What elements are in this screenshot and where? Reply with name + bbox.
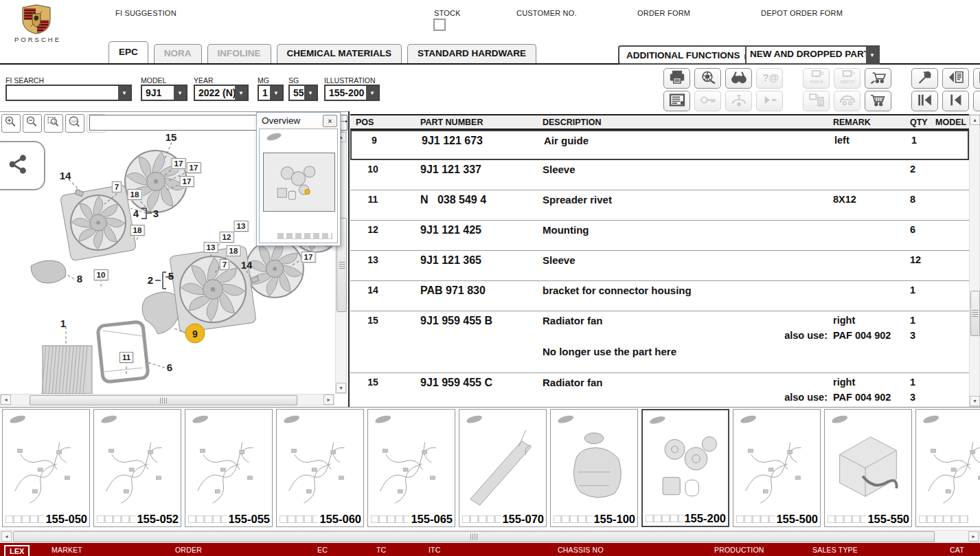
thumbnail-155-052[interactable]: 155-052 [93,409,181,527]
thumbnail-partial[interactable] [915,409,980,527]
callout-6[interactable]: 6 [167,362,172,373]
tire-button[interactable] [694,68,721,89]
fi-search-select[interactable] [5,85,132,101]
scroll-down-icon[interactable] [970,396,980,406]
callout-14[interactable]: 14 [241,259,253,271]
nav-first-button[interactable] [911,91,938,111]
table-row[interactable]: 159J1 959 455 CRadiator fanright1also us… [350,373,969,407]
thumbnail-155-070[interactable]: 155-070 [459,409,547,527]
tab-epc[interactable]: EPC [109,41,148,63]
callout-7[interactable]: 7 [220,259,229,270]
callout-13[interactable]: 13 [204,242,218,253]
doc-next-button[interactable] [973,68,980,89]
year-select[interactable]: 2022 (N) [194,85,249,101]
scroll-up-icon[interactable] [970,115,980,125]
tab-chemical-materials[interactable]: CHEMICAL MATERIALS [277,44,402,63]
scroll-down-icon[interactable] [336,383,346,393]
printer-button[interactable] [663,68,690,89]
thumbnail-155-055[interactable]: 155-055 [185,409,273,527]
chevron-down-icon[interactable] [118,86,130,100]
callout-18[interactable]: 18 [227,245,241,256]
callout-5[interactable]: 5 [168,270,174,282]
tab-standard-hardware[interactable]: STANDARD HARDWARE [407,44,536,63]
table-row[interactable]: 139J1 121 365Sleeve12 [350,251,969,281]
callout-8[interactable]: 8 [77,273,82,285]
callout-18[interactable]: 18 [130,225,145,236]
callout-11[interactable]: 11 [119,352,133,363]
thumbnail-155-500[interactable]: 155-500 [733,409,821,527]
binoculars-button[interactable] [725,68,752,89]
additional-functions-button[interactable]: ADDITIONAL FUNCTIONS [618,45,757,65]
overview-viewport[interactable] [263,153,335,212]
callout-1[interactable]: 1 [60,318,66,329]
nav-prev-button[interactable] [942,91,969,111]
scroll-left-icon[interactable] [1,531,12,542]
cart-button[interactable] [865,91,891,111]
table-row[interactable]: 129J1 121 425Mounting6 [350,221,969,251]
callout-17[interactable]: 17 [172,158,186,169]
callout-17[interactable]: 17 [180,176,194,187]
scrollbar-thumb[interactable] [30,395,297,405]
play-minus-icon [761,93,779,110]
chevron-down-icon[interactable] [304,86,317,100]
scroll-left-icon[interactable] [1,394,11,405]
callout-18[interactable]: 18 [128,189,142,200]
table-row[interactable]: 11N 038 549 4Spreader rivet8X128 [350,190,969,221]
thumbnail-155-550[interactable]: 155-550 [824,409,912,527]
diagram-horizontal-scrollbar[interactable] [0,394,334,405]
porsche-wordmark: PORSCHE [3,36,73,43]
thumbnail-155-100[interactable]: 155-100 [550,409,638,527]
doc-prev-button[interactable] [942,68,969,89]
chevron-down-icon[interactable] [174,86,186,100]
scrollbar-thumb[interactable] [970,291,980,336]
callout-14[interactable]: 14 [60,170,71,181]
callout-13[interactable]: 13 [234,221,249,232]
callout-4[interactable]: 4 [133,208,139,219]
cell-qty: 2 [910,164,915,175]
scrollbar-thumb[interactable] [13,531,935,542]
thumbnail-strip-scrollbar[interactable] [0,530,980,542]
close-icon[interactable] [323,115,337,127]
stock-checkbox[interactable] [433,19,446,31]
zoom-100-button[interactable]: 100% [65,114,84,133]
share-button[interactable] [0,141,45,190]
table-row[interactable]: 14PAB 971 830bracket for connector housi… [350,281,969,311]
chevron-down-icon[interactable] [270,86,282,100]
chevron-down-icon[interactable] [235,86,247,100]
table-row[interactable]: 99J1 121 673Air guideleft1 [350,130,969,160]
callout-2[interactable]: 2 [148,274,153,286]
thumbnail-155-200[interactable]: 155-200 [641,409,729,527]
new-and-dropped-part-select[interactable]: NEW AND DROPPED PART [745,45,880,65]
thumbnail-155-065[interactable]: 155-065 [367,409,455,527]
callout-17[interactable]: 17 [301,252,316,263]
chevron-down-icon[interactable] [366,86,378,100]
zoom-area-button[interactable] [44,114,63,133]
table-row[interactable]: 159J1 959 455 BRadiator fanright1also us… [350,311,969,373]
mg-select[interactable]: 1 [258,85,284,101]
callout-12[interactable]: 12 [220,232,234,243]
pin-button[interactable] [911,68,938,89]
callout-17[interactable]: 17 [187,162,201,173]
zoom-in-button[interactable] [1,114,21,133]
table-vertical-scrollbar[interactable] [969,114,980,407]
thumbnail-155-060[interactable]: 155-060 [276,409,364,527]
callout-10[interactable]: 10 [94,269,109,280]
callout-15[interactable]: 15 [166,131,177,143]
printer-icon [668,70,686,87]
nav-back-button[interactable] [973,91,980,111]
overview-window[interactable]: Overview [256,112,341,246]
scroll-right-icon[interactable] [323,394,334,405]
zoom-out-button[interactable] [23,114,42,133]
model-select[interactable]: 9J1 [141,85,187,101]
cart-out-button[interactable] [865,68,891,89]
collapse-panel-arrow-icon[interactable] [338,113,350,125]
highlighted-callout-9[interactable]: 9 [185,324,205,344]
table-row[interactable]: 109J1 121 337Sleeve2 [350,160,969,190]
list-button[interactable] [663,91,690,111]
callout-3[interactable]: 3 [153,208,159,219]
illustration-select[interactable]: 155-200 [324,85,380,101]
callout-7[interactable]: 7 [112,181,122,192]
scroll-right-icon[interactable] [968,531,979,542]
thumbnail-155-050[interactable]: 155-050 [2,409,90,527]
sg-select[interactable]: 55 [288,85,318,101]
